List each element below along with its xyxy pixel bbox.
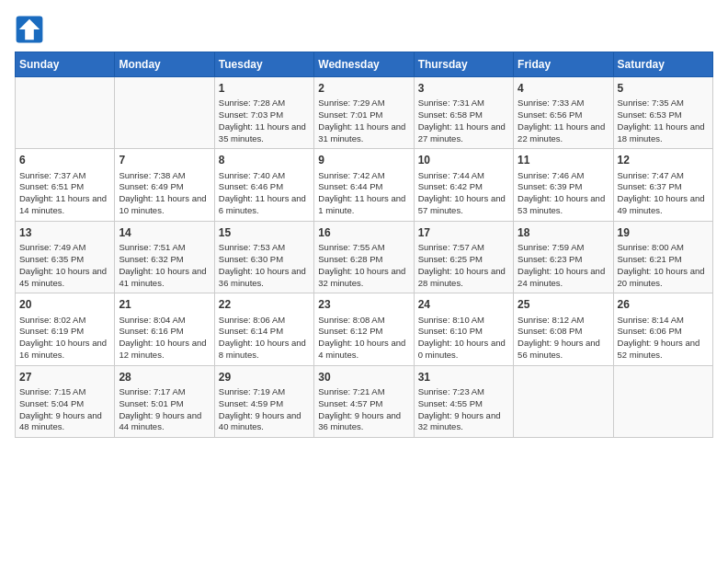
- day-info: Sunrise: 7:17 AM Sunset: 5:01 PM Dayligh…: [119, 386, 210, 433]
- calendar-cell: 26Sunrise: 8:14 AM Sunset: 6:06 PM Dayli…: [613, 293, 712, 365]
- calendar-cell: 13Sunrise: 7:49 AM Sunset: 6:35 PM Dayli…: [16, 221, 115, 293]
- day-number: 6: [19, 153, 110, 167]
- day-info: Sunrise: 7:53 AM Sunset: 6:30 PM Dayligh…: [219, 242, 310, 289]
- day-info: Sunrise: 7:23 AM Sunset: 4:55 PM Dayligh…: [418, 386, 509, 433]
- calendar-cell: 23Sunrise: 8:08 AM Sunset: 6:12 PM Dayli…: [314, 293, 414, 365]
- calendar-header: SundayMondayTuesdayWednesdayThursdayFrid…: [16, 52, 713, 77]
- day-info: Sunrise: 7:19 AM Sunset: 4:59 PM Dayligh…: [219, 386, 310, 433]
- day-number: 19: [618, 225, 709, 240]
- day-info: Sunrise: 8:04 AM Sunset: 6:16 PM Dayligh…: [119, 315, 210, 362]
- day-number: 13: [19, 225, 110, 240]
- page-header: [15, 15, 713, 44]
- day-info: Sunrise: 7:44 AM Sunset: 6:42 PM Dayligh…: [418, 170, 509, 217]
- day-number: 24: [418, 297, 509, 312]
- day-number: 23: [318, 297, 409, 312]
- calendar-body: 1Sunrise: 7:28 AM Sunset: 7:03 PM Daylig…: [16, 77, 713, 438]
- calendar-cell: 2Sunrise: 7:29 AM Sunset: 7:01 PM Daylig…: [314, 77, 414, 149]
- day-number: 5: [618, 81, 709, 96]
- day-number: 30: [318, 370, 409, 385]
- calendar-cell: 29Sunrise: 7:19 AM Sunset: 4:59 PM Dayli…: [214, 365, 313, 437]
- weekday-header: Friday: [514, 52, 613, 77]
- day-number: 28: [119, 370, 210, 385]
- calendar-week-row: 27Sunrise: 7:15 AM Sunset: 5:04 PM Dayli…: [16, 365, 713, 437]
- day-number: 16: [318, 225, 409, 240]
- calendar-cell: 6Sunrise: 7:37 AM Sunset: 6:51 PM Daylig…: [16, 149, 115, 221]
- calendar-cell: [115, 77, 214, 149]
- day-info: Sunrise: 7:35 AM Sunset: 6:53 PM Dayligh…: [618, 98, 709, 144]
- day-number: 27: [19, 370, 110, 385]
- calendar-cell: 22Sunrise: 8:06 AM Sunset: 6:14 PM Dayli…: [214, 293, 313, 365]
- day-number: 20: [19, 297, 110, 312]
- calendar-cell: 16Sunrise: 7:55 AM Sunset: 6:28 PM Dayli…: [314, 221, 414, 293]
- day-info: Sunrise: 7:47 AM Sunset: 6:37 PM Dayligh…: [618, 170, 709, 217]
- day-number: 17: [418, 225, 509, 240]
- calendar-cell: 3Sunrise: 7:31 AM Sunset: 6:58 PM Daylig…: [414, 77, 513, 149]
- day-info: Sunrise: 7:57 AM Sunset: 6:25 PM Dayligh…: [418, 242, 509, 289]
- calendar-cell: 21Sunrise: 8:04 AM Sunset: 6:16 PM Dayli…: [115, 293, 214, 365]
- day-info: Sunrise: 7:38 AM Sunset: 6:49 PM Dayligh…: [119, 170, 210, 217]
- day-info: Sunrise: 8:06 AM Sunset: 6:14 PM Dayligh…: [219, 315, 310, 362]
- day-number: 26: [618, 297, 709, 312]
- day-number: 8: [219, 153, 310, 167]
- day-info: Sunrise: 8:14 AM Sunset: 6:06 PM Dayligh…: [618, 315, 709, 362]
- day-info: Sunrise: 7:15 AM Sunset: 5:04 PM Dayligh…: [19, 386, 110, 433]
- calendar-cell: 7Sunrise: 7:38 AM Sunset: 6:49 PM Daylig…: [115, 149, 214, 221]
- day-number: 10: [418, 153, 509, 167]
- day-info: Sunrise: 7:21 AM Sunset: 4:57 PM Dayligh…: [318, 386, 409, 433]
- day-info: Sunrise: 7:31 AM Sunset: 6:58 PM Dayligh…: [418, 98, 509, 144]
- calendar-cell: 14Sunrise: 7:51 AM Sunset: 6:32 PM Dayli…: [115, 221, 214, 293]
- day-info: Sunrise: 7:49 AM Sunset: 6:35 PM Dayligh…: [19, 242, 110, 289]
- logo-icon: [15, 15, 44, 44]
- weekday-header: Wednesday: [314, 52, 414, 77]
- day-number: 3: [418, 81, 509, 96]
- calendar-cell: [16, 77, 115, 149]
- weekday-header: Tuesday: [214, 52, 313, 77]
- day-info: Sunrise: 7:42 AM Sunset: 6:44 PM Dayligh…: [318, 170, 409, 217]
- calendar-cell: 15Sunrise: 7:53 AM Sunset: 6:30 PM Dayli…: [214, 221, 313, 293]
- logo: [15, 15, 48, 44]
- day-info: Sunrise: 8:08 AM Sunset: 6:12 PM Dayligh…: [318, 315, 409, 362]
- weekday-header: Saturday: [613, 52, 712, 77]
- calendar-cell: [613, 365, 712, 437]
- day-number: 31: [418, 370, 509, 385]
- day-number: 9: [318, 153, 409, 167]
- day-number: 22: [219, 297, 310, 312]
- day-number: 11: [518, 153, 609, 167]
- calendar-cell: 12Sunrise: 7:47 AM Sunset: 6:37 PM Dayli…: [613, 149, 712, 221]
- calendar-cell: [514, 365, 613, 437]
- calendar-cell: 28Sunrise: 7:17 AM Sunset: 5:01 PM Dayli…: [115, 365, 214, 437]
- calendar-table: SundayMondayTuesdayWednesdayThursdayFrid…: [15, 52, 713, 438]
- day-info: Sunrise: 8:12 AM Sunset: 6:08 PM Dayligh…: [518, 315, 609, 362]
- day-number: 12: [618, 153, 709, 167]
- weekday-header: Sunday: [16, 52, 115, 77]
- day-info: Sunrise: 7:46 AM Sunset: 6:39 PM Dayligh…: [518, 170, 609, 217]
- day-number: 2: [318, 81, 409, 96]
- day-number: 15: [219, 225, 310, 240]
- calendar-week-row: 6Sunrise: 7:37 AM Sunset: 6:51 PM Daylig…: [16, 149, 713, 221]
- calendar-cell: 9Sunrise: 7:42 AM Sunset: 6:44 PM Daylig…: [314, 149, 414, 221]
- calendar-cell: 27Sunrise: 7:15 AM Sunset: 5:04 PM Dayli…: [16, 365, 115, 437]
- day-info: Sunrise: 7:29 AM Sunset: 7:01 PM Dayligh…: [318, 98, 409, 144]
- calendar-cell: 19Sunrise: 8:00 AM Sunset: 6:21 PM Dayli…: [613, 221, 712, 293]
- day-number: 25: [518, 297, 609, 312]
- day-info: Sunrise: 8:00 AM Sunset: 6:21 PM Dayligh…: [618, 242, 709, 289]
- day-info: Sunrise: 7:55 AM Sunset: 6:28 PM Dayligh…: [318, 242, 409, 289]
- day-number: 18: [518, 225, 609, 240]
- day-info: Sunrise: 8:02 AM Sunset: 6:19 PM Dayligh…: [19, 315, 110, 362]
- day-number: 7: [119, 153, 210, 167]
- calendar-cell: 18Sunrise: 7:59 AM Sunset: 6:23 PM Dayli…: [514, 221, 613, 293]
- weekday-header: Thursday: [414, 52, 513, 77]
- day-info: Sunrise: 7:40 AM Sunset: 6:46 PM Dayligh…: [219, 170, 310, 217]
- calendar-cell: 4Sunrise: 7:33 AM Sunset: 6:56 PM Daylig…: [514, 77, 613, 149]
- calendar-cell: 20Sunrise: 8:02 AM Sunset: 6:19 PM Dayli…: [16, 293, 115, 365]
- weekday-header: Monday: [115, 52, 214, 77]
- calendar-cell: 11Sunrise: 7:46 AM Sunset: 6:39 PM Dayli…: [514, 149, 613, 221]
- day-info: Sunrise: 7:28 AM Sunset: 7:03 PM Dayligh…: [219, 98, 310, 144]
- calendar-cell: 1Sunrise: 7:28 AM Sunset: 7:03 PM Daylig…: [214, 77, 313, 149]
- day-info: Sunrise: 8:10 AM Sunset: 6:10 PM Dayligh…: [418, 315, 509, 362]
- calendar-week-row: 13Sunrise: 7:49 AM Sunset: 6:35 PM Dayli…: [16, 221, 713, 293]
- calendar-cell: 5Sunrise: 7:35 AM Sunset: 6:53 PM Daylig…: [613, 77, 712, 149]
- day-number: 21: [119, 297, 210, 312]
- calendar-week-row: 20Sunrise: 8:02 AM Sunset: 6:19 PM Dayli…: [16, 293, 713, 365]
- calendar-cell: 24Sunrise: 8:10 AM Sunset: 6:10 PM Dayli…: [414, 293, 513, 365]
